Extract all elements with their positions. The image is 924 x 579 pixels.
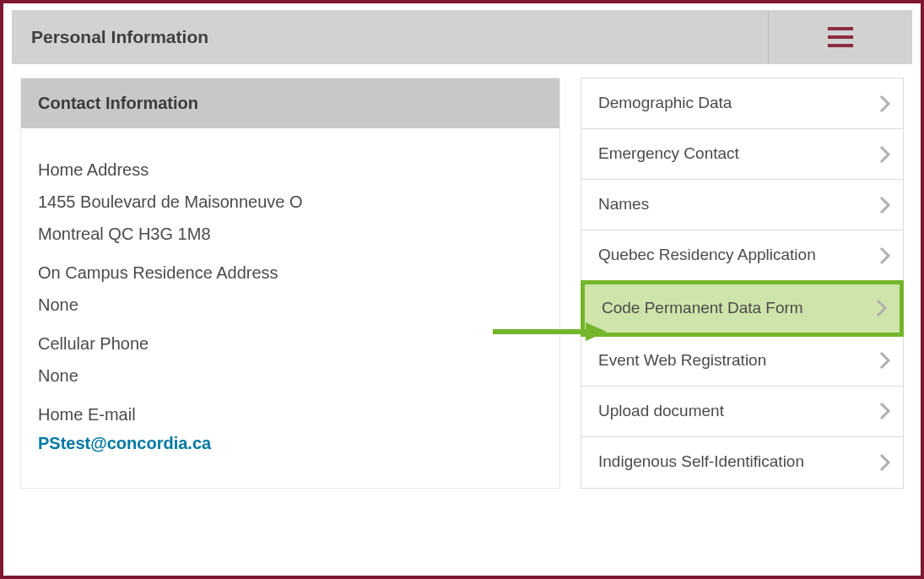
contact-info-panel: Contact Information Home Address 1455 Bo… <box>20 78 560 489</box>
chevron-right-icon <box>879 145 891 164</box>
menu-item-label: Code Permanent Data Form <box>602 298 876 319</box>
svg-rect-1 <box>828 35 853 39</box>
content-row: Contact Information Home Address 1455 Bo… <box>12 64 912 502</box>
hamburger-menu-button[interactable] <box>768 11 911 63</box>
outer-container: Personal Information Contact Information… <box>12 10 912 502</box>
home-address-label: Home Address <box>38 155 543 184</box>
menu-item-label: Upload document <box>598 401 879 422</box>
page-title: Personal Information <box>13 11 768 63</box>
menu-item-upload-document[interactable]: Upload document <box>581 387 903 437</box>
hamburger-icon <box>828 27 853 47</box>
menu-item-label: Names <box>598 194 879 215</box>
menu-item-event-web-registration[interactable]: Event Web Registration <box>581 336 903 387</box>
home-address-line1: 1455 Boulevard de Maisonneuve O <box>38 187 543 216</box>
contact-info-body: Home Address 1455 Boulevard de Maisonneu… <box>21 128 559 481</box>
home-address-line2: Montreal QC H3G 1M8 <box>38 219 543 248</box>
menu-item-label: Event Web Registration <box>598 350 879 371</box>
menu-item-code-permanent-data-form[interactable]: Code Permanent Data Form <box>581 280 904 337</box>
svg-rect-2 <box>828 44 853 47</box>
menu-item-emergency-contact[interactable]: Emergency Contact <box>581 129 903 180</box>
chevron-right-icon <box>879 351 891 370</box>
campus-address-label: On Campus Residence Address <box>38 258 543 287</box>
nav-menu-panel: Demographic DataEmergency ContactNamesQu… <box>581 78 904 489</box>
menu-item-label: Quebec Residency Application <box>598 245 879 266</box>
menu-item-indigenous-self-identification[interactable]: Indigenous Self-Identification <box>581 437 903 488</box>
app-frame: Personal Information Contact Information… <box>0 0 924 579</box>
page-header: Personal Information <box>12 10 912 64</box>
menu-item-names[interactable]: Names <box>581 180 903 230</box>
cell-phone-label: Cellular Phone <box>38 329 543 358</box>
menu-item-label: Demographic Data <box>598 93 879 114</box>
campus-address-value: None <box>38 290 543 319</box>
chevron-right-icon <box>879 453 891 472</box>
chevron-right-icon <box>879 95 891 113</box>
cell-phone-value: None <box>38 361 543 390</box>
chevron-right-icon <box>876 299 888 317</box>
menu-item-quebec-residency-application[interactable]: Quebec Residency Application <box>581 230 903 281</box>
svg-rect-0 <box>828 27 853 30</box>
contact-info-header: Contact Information <box>21 78 559 128</box>
chevron-right-icon <box>879 402 891 420</box>
menu-item-label: Emergency Contact <box>598 143 879 165</box>
chevron-right-icon <box>879 246 891 265</box>
menu-item-demographic-data[interactable]: Demographic Data <box>581 78 903 129</box>
chevron-right-icon <box>879 196 891 214</box>
email-link[interactable]: PStest@concordia.ca <box>38 434 211 452</box>
menu-item-label: Indigenous Self-Identification <box>598 452 879 473</box>
email-label: Home E-mail <box>38 400 543 429</box>
nav-menu-list: Demographic DataEmergency ContactNamesQu… <box>581 78 904 489</box>
